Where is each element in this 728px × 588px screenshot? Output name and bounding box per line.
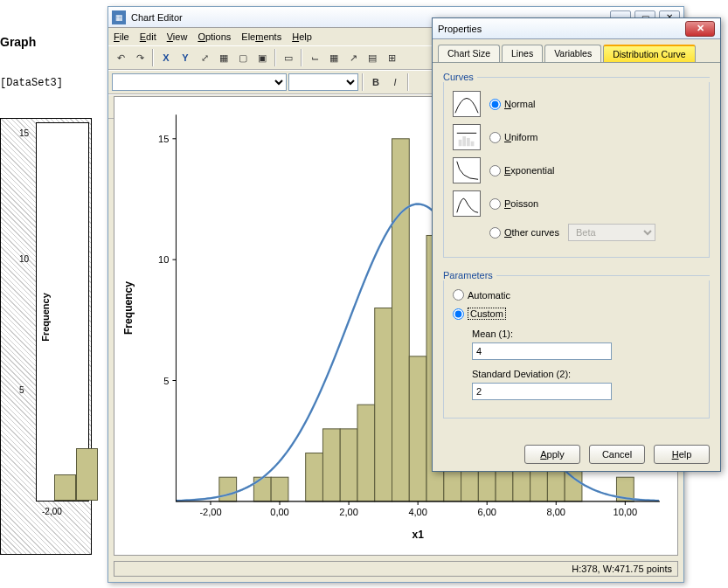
custom-label[interactable]: Custom <box>468 308 506 320</box>
svg-text:10: 10 <box>158 254 169 265</box>
transpose-icon[interactable]: ⤢ <box>196 49 213 66</box>
svg-text:2,00: 2,00 <box>339 507 358 517</box>
chart-editor-icon: ▦ <box>112 10 126 24</box>
other-curves-select: Beta <box>568 224 655 241</box>
svg-rect-5 <box>340 429 357 502</box>
svg-rect-0 <box>219 477 237 502</box>
tab-chart-size[interactable]: Chart Size <box>438 45 500 62</box>
exponential-thumb-icon <box>453 157 481 183</box>
normal-label[interactable]: Normal <box>504 99 535 109</box>
uniform-radio[interactable] <box>489 132 501 143</box>
svg-rect-7 <box>375 308 392 502</box>
tool-icon[interactable]: ▦ <box>215 49 232 66</box>
props-tabs: Chart Size Lines Variables Distribution … <box>433 39 720 63</box>
tab-distribution-curve[interactable]: Distribution Curve <box>603 45 695 62</box>
sd-input[interactable] <box>472 383 612 400</box>
normal-radio[interactable] <box>489 99 501 110</box>
bg-xtick: -2,00 <box>42 507 62 516</box>
svg-text:6,00: 6,00 <box>477 507 496 517</box>
menu-help[interactable]: Help <box>292 31 312 42</box>
tool-icon[interactable]: ▣ <box>253 49 271 66</box>
svg-rect-9 <box>409 356 426 502</box>
svg-rect-43 <box>462 136 466 146</box>
curves-group: Normal Uniform Exponential Poisson Other… <box>443 82 710 258</box>
sd-label: Standard Deviation (2): <box>472 369 700 379</box>
dialog-buttons: Apply Cancel Help <box>433 439 720 473</box>
menu-edit[interactable]: Edit <box>140 31 156 42</box>
size-select[interactable] <box>288 73 358 91</box>
tool-icon[interactable]: ⊞ <box>383 49 400 66</box>
bg-bar <box>76 448 98 501</box>
tool-icon[interactable]: ▢ <box>234 49 252 66</box>
poisson-thumb-icon <box>453 190 481 217</box>
bg-ytick: 5 <box>19 385 24 395</box>
other-radio[interactable] <box>489 227 501 239</box>
parameters-group-label: Parameters <box>443 270 493 280</box>
trend-icon[interactable]: ↗ <box>344 49 362 66</box>
tab-lines[interactable]: Lines <box>502 45 543 62</box>
svg-text:4,00: 4,00 <box>408 507 427 517</box>
properties-dialog: Properties ✕ Chart Size Lines Variables … <box>432 17 721 472</box>
menu-view[interactable]: View <box>167 31 188 42</box>
grid-icon[interactable]: ▦ <box>325 49 343 66</box>
bold-icon[interactable]: B <box>367 73 385 91</box>
exponential-radio[interactable] <box>489 165 501 176</box>
svg-rect-45 <box>471 142 475 147</box>
poisson-label[interactable]: Poisson <box>504 198 538 209</box>
svg-text:8,00: 8,00 <box>547 507 566 517</box>
page-title: Graph <box>0 35 36 49</box>
svg-rect-3 <box>306 453 323 502</box>
svg-rect-8 <box>392 139 410 502</box>
tab-variables[interactable]: Variables <box>544 45 601 62</box>
bg-chart: Frequency 15 10 5 -2,00 <box>0 118 92 555</box>
help-button[interactable]: Help <box>654 445 710 464</box>
poisson-radio[interactable] <box>489 198 501 210</box>
svg-text:5: 5 <box>163 376 169 386</box>
props-title: Properties <box>438 24 685 34</box>
italic-icon[interactable]: I <box>386 73 404 91</box>
mean-input[interactable] <box>472 342 612 360</box>
cancel-button[interactable]: Cancel <box>589 445 645 464</box>
menu-elements[interactable]: Elements <box>241 31 281 42</box>
apply-button[interactable]: Apply <box>524 445 580 464</box>
svg-text:10,00: 10,00 <box>614 507 638 517</box>
svg-rect-6 <box>357 405 375 502</box>
tool-icon[interactable]: ▭ <box>280 49 297 66</box>
bg-bar <box>54 474 76 501</box>
menu-options[interactable]: Options <box>198 31 231 42</box>
svg-text:Frequency: Frequency <box>122 281 135 335</box>
normal-thumb-icon <box>453 91 481 117</box>
status-text: H:378, W:471.75 points <box>572 564 672 574</box>
exponential-label[interactable]: Exponential <box>504 165 555 176</box>
undo-icon[interactable]: ↶ <box>112 49 129 66</box>
bg-ytick: 10 <box>19 254 29 264</box>
svg-rect-2 <box>271 477 288 502</box>
bg-ylabel: Frequency <box>40 293 51 342</box>
curves-group-label: Curves <box>443 72 474 82</box>
uniform-label[interactable]: Uniform <box>504 132 538 142</box>
svg-text:15: 15 <box>158 134 169 144</box>
y-tool-icon[interactable]: Y <box>177 49 194 66</box>
mean-label: Mean (1): <box>472 329 700 339</box>
xy-tool-icon[interactable]: X <box>157 49 175 66</box>
menu-file[interactable]: File <box>114 31 129 42</box>
dataset-label: [DataSet3] <box>0 77 63 89</box>
close-icon[interactable]: ✕ <box>685 21 715 37</box>
redo-icon[interactable]: ↷ <box>131 49 149 66</box>
parameters-group: Automatic Custom Mean (1): Standard Devi… <box>443 280 710 419</box>
svg-text:0,00: 0,00 <box>270 507 289 517</box>
props-title-bar[interactable]: Properties ✕ <box>433 18 720 39</box>
custom-radio[interactable] <box>453 308 464 320</box>
other-label[interactable]: Other curves <box>504 227 559 238</box>
automatic-radio[interactable] <box>453 289 464 301</box>
svg-text:-2,00: -2,00 <box>199 507 221 517</box>
svg-rect-4 <box>322 429 340 502</box>
font-select[interactable] <box>112 73 287 91</box>
status-bar: H:378, W:471.75 points <box>114 561 678 577</box>
bg-ytick: 15 <box>19 128 29 138</box>
uniform-thumb-icon <box>453 124 481 150</box>
axis-icon[interactable]: ⌙ <box>306 49 323 66</box>
automatic-label[interactable]: Automatic <box>468 290 510 301</box>
tool-icon[interactable]: ▤ <box>364 49 381 66</box>
svg-rect-44 <box>467 138 470 146</box>
